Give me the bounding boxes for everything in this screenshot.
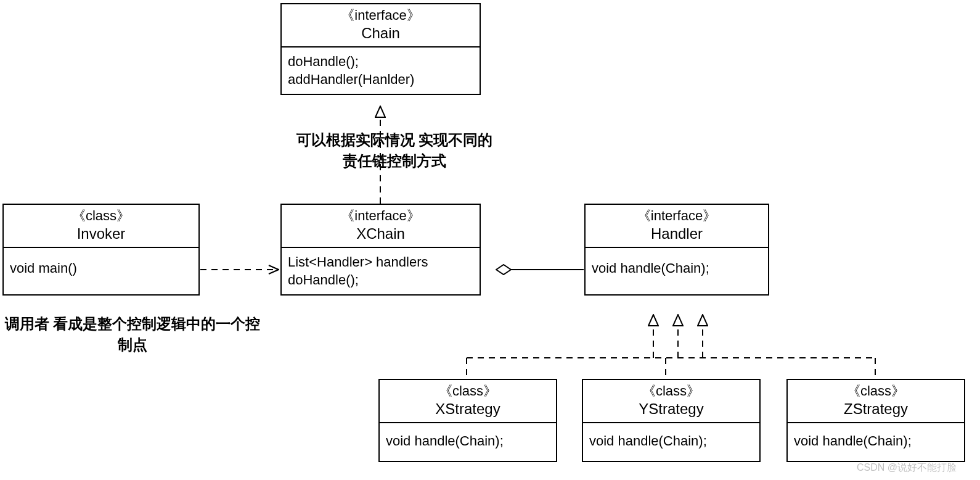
uml-ystrategy-head: 《class》 YStrategy <box>583 380 759 423</box>
uml-xchain-name: XChain <box>285 225 476 243</box>
uml-chain-head: 《interface》 Chain <box>282 4 480 48</box>
uml-xchain: 《interface》 XChain List<Handler> handler… <box>280 204 481 296</box>
uml-ystrategy: 《class》 YStrategy void handle(Chain); <box>582 379 761 462</box>
uml-xchain-head: 《interface》 XChain <box>282 205 480 248</box>
uml-xchain-body: List<Handler> handlers doHandle(); <box>282 248 480 294</box>
uml-handler-body: void handle(Chain); <box>586 248 768 295</box>
uml-handler-stereo: 《interface》 <box>589 207 764 225</box>
uml-zstrategy-stereo: 《class》 <box>791 383 960 400</box>
uml-chain-stereo: 《interface》 <box>285 7 476 24</box>
uml-xstrategy-name: XStrategy <box>383 400 552 418</box>
note-chain: 可以根据实际情况 实现不同的责任链控制方式 <box>290 130 499 171</box>
uml-ystrategy-stereo: 《class》 <box>587 383 756 400</box>
uml-ystrategy-name: YStrategy <box>587 400 756 418</box>
uml-xstrategy-stereo: 《class》 <box>383 383 552 400</box>
uml-zstrategy-body: void handle(Chain); <box>788 423 964 461</box>
uml-chain: 《interface》 Chain doHandle(); addHandler… <box>280 3 481 95</box>
uml-invoker: 《class》 Invoker void main() <box>2 204 200 296</box>
uml-handler-head: 《interface》 Handler <box>586 205 768 248</box>
uml-invoker-name: Invoker <box>7 225 195 243</box>
uml-xstrategy-body: void handle(Chain); <box>380 423 556 461</box>
uml-zstrategy-head: 《class》 ZStrategy <box>788 380 964 423</box>
uml-ystrategy-body: void handle(Chain); <box>583 423 759 461</box>
uml-chain-name: Chain <box>285 24 476 43</box>
uml-zstrategy: 《class》 ZStrategy void handle(Chain); <box>786 379 965 462</box>
uml-invoker-stereo: 《class》 <box>7 207 195 225</box>
uml-handler-name: Handler <box>589 225 764 243</box>
uml-handler: 《interface》 Handler void handle(Chain); <box>584 204 769 296</box>
uml-xstrategy: 《class》 XStrategy void handle(Chain); <box>378 379 557 462</box>
uml-xchain-stereo: 《interface》 <box>285 207 476 225</box>
watermark: CSDN @说好不能打脸 <box>857 461 957 474</box>
uml-invoker-head: 《class》 Invoker <box>4 205 198 248</box>
uml-chain-body: doHandle(); addHandler(Hanlder) <box>282 48 480 94</box>
uml-zstrategy-name: ZStrategy <box>791 400 960 418</box>
note-invoker: 调用者 看成是整个控制逻辑中的一个控制点 <box>0 313 265 355</box>
uml-xstrategy-head: 《class》 XStrategy <box>380 380 556 423</box>
uml-invoker-body: void main() <box>4 248 198 295</box>
